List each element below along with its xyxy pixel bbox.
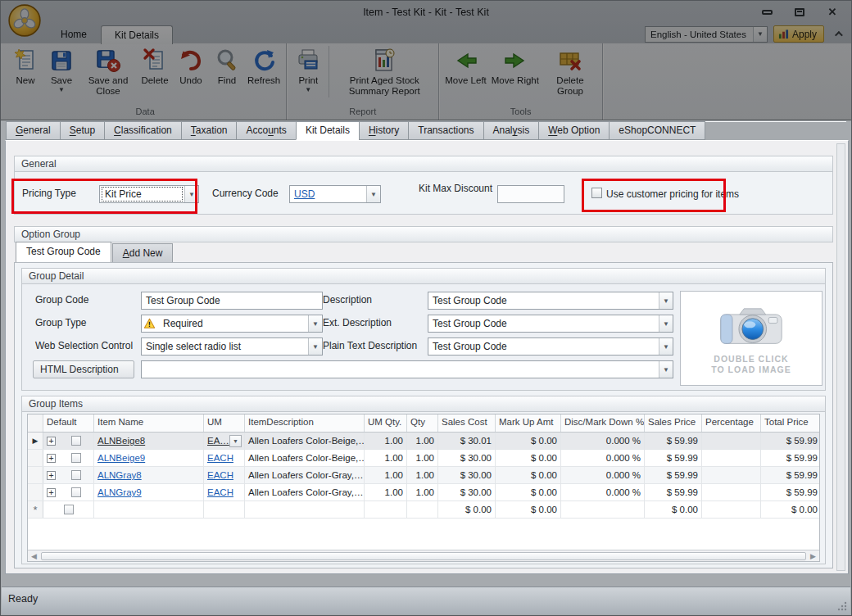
chevron-down-icon[interactable]: ▼: [659, 315, 673, 332]
tab-kit-details[interactable]: Kit Details: [296, 121, 359, 140]
ribbon-button-delete[interactable]: Delete: [137, 46, 173, 87]
expand-row-icon[interactable]: +: [47, 471, 56, 480]
grid-col-header-item-name[interactable]: Item Name: [94, 414, 204, 432]
scroll-right-icon[interactable]: ▶: [807, 552, 819, 560]
ribbon-button-move-left[interactable]: Move Left: [442, 46, 489, 87]
chevron-down-icon[interactable]: ▼: [229, 435, 242, 447]
chevron-down-icon[interactable]: ▼: [308, 338, 322, 355]
tab-setup[interactable]: Setup: [60, 121, 104, 140]
ribbon-button-print[interactable]: Print▼: [290, 46, 326, 94]
tab-general[interactable]: General: [6, 121, 60, 140]
minimize-icon: [762, 10, 773, 15]
option-tab-test-group-code[interactable]: Test Group Code: [16, 242, 111, 262]
currency-code-value[interactable]: USD: [290, 188, 366, 200]
ribbon-tab-kit-details[interactable]: Kit Details: [101, 25, 173, 44]
item-link[interactable]: ALNBeige8: [97, 436, 145, 446]
um-link[interactable]: EACH: [207, 470, 233, 480]
language-select[interactable]: English - United States ▼: [645, 26, 768, 43]
tab-analysis[interactable]: Analysis: [483, 121, 539, 140]
collapse-ribbon-button[interactable]: [830, 27, 845, 42]
default-checkbox[interactable]: [71, 436, 81, 446]
item-link[interactable]: ALNBeige9: [97, 453, 145, 463]
grid-col-header-um-qty[interactable]: UM Qty.: [365, 414, 407, 432]
web-selection-control-select[interactable]: Single select radio list ▼: [141, 337, 323, 356]
tab-history[interactable]: History: [359, 121, 408, 140]
um-link[interactable]: EACH: [207, 487, 233, 497]
ribbon-button-move-right[interactable]: Move Right: [489, 46, 542, 87]
expand-row-icon[interactable]: +: [47, 437, 56, 446]
ext-description-select[interactable]: Test Group Code ▼: [428, 315, 673, 333]
refresh-icon: [251, 48, 277, 74]
um-link[interactable]: EACH: [207, 453, 233, 463]
html-description-select[interactable]: ▼: [141, 360, 673, 378]
grid-col-header-percentage[interactable]: Percentage: [702, 414, 761, 432]
apply-button[interactable]: Apply: [773, 25, 824, 43]
ribbon-button-save-and-close[interactable]: Save and Close: [79, 46, 137, 97]
minimize-button[interactable]: [756, 6, 777, 18]
ribbon-button-new[interactable]: New: [7, 46, 43, 87]
default-checkbox[interactable]: [71, 453, 81, 463]
group-code-input[interactable]: Test Group Code: [141, 292, 323, 310]
chevron-down-icon[interactable]: ▼: [659, 338, 673, 355]
grid-col-header-sales-cost[interactable]: Sales Cost: [438, 414, 496, 432]
ribbon-button-save[interactable]: Save▼: [43, 46, 79, 94]
vertical-scrollbar[interactable]: [836, 143, 845, 571]
description-select[interactable]: Test Group Code ▼: [428, 292, 673, 310]
grid-col-header-um[interactable]: UM: [204, 414, 245, 432]
item-link[interactable]: ALNGray9: [97, 487, 142, 497]
grid-col-header-qty[interactable]: Qty: [407, 414, 438, 432]
item-image-dropzone[interactable]: DOUBLE CLICK TO LOAD IMAGE: [680, 291, 823, 386]
html-description-button[interactable]: HTML Description: [33, 360, 134, 378]
tab-classification[interactable]: Classification: [104, 121, 181, 140]
ribbon-button-undo[interactable]: Undo: [173, 46, 209, 87]
scrollbar-thumb[interactable]: [41, 552, 806, 560]
ribbon-button-refresh[interactable]: Refresh: [245, 46, 283, 87]
pricing-type-select[interactable]: Kit Price ▼: [99, 185, 199, 203]
grid-col-header-total-price[interactable]: Total Price: [761, 414, 820, 432]
item-link[interactable]: ALNGray8: [97, 470, 142, 480]
restore-button[interactable]: [789, 6, 810, 18]
tab-web-option[interactable]: Web Option: [538, 121, 609, 140]
chevron-down-icon[interactable]: ▼: [184, 186, 198, 202]
grid-col-header-sales-price[interactable]: Sales Price: [645, 414, 702, 432]
tab-taxation[interactable]: Taxation: [181, 121, 237, 140]
grid-col-header-default[interactable]: Default: [43, 414, 94, 432]
um-link[interactable]: EA…: [207, 436, 229, 446]
close-button[interactable]: ✕: [822, 6, 843, 18]
table-row[interactable]: +ALNGray9EACHAllen Loafers Color-Gray,…1…: [28, 484, 819, 501]
tab-eshopconnect[interactable]: eShopCONNECT: [609, 121, 705, 140]
table-row[interactable]: +ALNBeige9EACHAllen Loafers Color-Beige,…: [28, 450, 819, 467]
default-checkbox[interactable]: [71, 487, 81, 497]
ribbon-button-print-aged-stock-summary-report[interactable]: Print Aged Stock Summary Report: [329, 46, 435, 97]
scroll-left-icon[interactable]: ◀: [28, 552, 40, 560]
expand-row-icon[interactable]: +: [47, 454, 56, 463]
ribbon-tab-home[interactable]: Home: [47, 25, 101, 43]
tab-transactions[interactable]: Transactions: [408, 121, 483, 140]
grid-col-header-mark-up-amt[interactable]: Mark Up Amt: [496, 414, 561, 432]
chevron-down-icon[interactable]: ▼: [659, 292, 673, 309]
chevron-down-icon[interactable]: ▼: [753, 27, 767, 42]
grid-col-header-disc-mark-down[interactable]: Disc/Mark Down %: [561, 414, 645, 432]
expand-row-icon[interactable]: +: [47, 488, 56, 497]
default-checkbox[interactable]: [64, 505, 74, 514]
resize-grip-icon[interactable]: [836, 600, 848, 612]
group-type-select[interactable]: Required ▼: [141, 315, 323, 333]
kit-max-discount-input[interactable]: [497, 185, 564, 203]
ribbon-button-find[interactable]: Find: [209, 46, 245, 87]
default-checkbox[interactable]: [71, 470, 81, 480]
app-logo-icon[interactable]: [7, 3, 42, 38]
chevron-down-icon[interactable]: ▼: [366, 186, 380, 202]
grid-new-row[interactable]: *$ 0.00$ 0.00$ 0.00$ 0.00: [28, 501, 819, 519]
plain-text-description-select[interactable]: Test Group Code ▼: [428, 337, 673, 356]
tab-accounts[interactable]: Accounts: [236, 121, 295, 140]
ribbon-button-delete-group[interactable]: Delete Group: [542, 46, 599, 97]
chevron-down-icon[interactable]: ▼: [308, 315, 322, 332]
table-row[interactable]: +ALNGray8EACHAllen Loafers Color-Gray,…1…: [28, 467, 819, 484]
table-row[interactable]: ▶+ALNBeige8EA…▼Allen Loafers Color-Beige…: [28, 433, 819, 450]
chevron-down-icon[interactable]: ▼: [659, 361, 673, 378]
currency-code-select[interactable]: USD ▼: [289, 185, 381, 203]
use-customer-pricing-checkbox[interactable]: [591, 188, 602, 198]
option-tab-add-new[interactable]: Add New: [112, 243, 174, 262]
grid-col-header-itemdescription[interactable]: ItemDescription: [245, 414, 365, 432]
horizontal-scrollbar[interactable]: ◀ ▶: [28, 550, 819, 561]
